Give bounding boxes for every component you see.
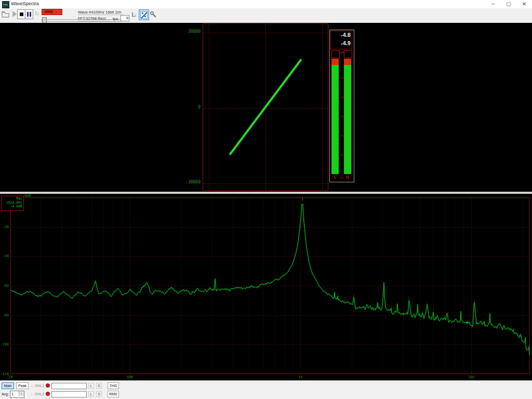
- meter-bottom-label: -60: [338, 176, 345, 179]
- l-button-row1[interactable]: L: [88, 383, 94, 389]
- s-button-row1[interactable]: S: [96, 383, 102, 389]
- fps-field[interactable]: 9: [121, 15, 129, 21]
- open-file-button[interactable]: [1, 9, 10, 19]
- level-meter: -4.8 -4.9 0dB -10-20-30-40-50 L R -60: [329, 30, 354, 182]
- meter-bar-left: [331, 59, 339, 174]
- pause-icon: [30, 12, 31, 17]
- scope-panel: 30000 0 -30000 -4.8 -4.9 0dB -10-20-30-4…: [0, 23, 532, 192]
- clip-indicator-right: [344, 50, 352, 58]
- max-level: -4.6dB: [10, 205, 22, 209]
- wave-info: Wave:44100Hz 16bit 2ch: [78, 10, 124, 15]
- avg-combo[interactable]: 1 ˅: [10, 391, 24, 398]
- spectrum-xtick-label: 1k: [294, 375, 307, 379]
- folder-icon: [2, 11, 10, 18]
- avg-label: Avg:: [2, 392, 9, 396]
- max-readout-box: Max 1024.0Hz -4.6dB: [1, 196, 24, 211]
- app-icon: [2, 1, 9, 8]
- spectrum-xtick-label: 100: [124, 375, 136, 379]
- ovl1-led: [46, 383, 50, 388]
- spectrum-canvas: [10, 197, 530, 374]
- spectrum-ytick-label: -80: [0, 313, 9, 317]
- close-button[interactable]: ✕: [516, 0, 532, 8]
- pause-icon: [27, 12, 29, 17]
- spectrum-ytick-label: -60: [0, 284, 9, 288]
- xy-tick-label: 0: [179, 105, 201, 110]
- rms-button[interactable]: RMS: [108, 391, 119, 397]
- stop-icon: [20, 12, 23, 16]
- spectrum-ytick-label: -20: [0, 225, 9, 229]
- xy-trace: [203, 24, 328, 190]
- meter-bar-right: [344, 59, 351, 174]
- display-settings-button[interactable]: [139, 9, 149, 20]
- wrench-icon: [150, 11, 157, 18]
- maximize-button[interactable]: ▢: [501, 0, 516, 8]
- l-button-row2[interactable]: L: [88, 391, 94, 397]
- main-button[interactable]: Main: [2, 382, 14, 389]
- peak-button[interactable]: Peak: [16, 382, 29, 389]
- meter-scale-label: -40: [338, 134, 344, 137]
- graph-pen-icon: [140, 11, 148, 19]
- spectrum-panel: Max 1024.0Hz -4.6dB 0dB -20-40-60-80-100…: [0, 194, 532, 380]
- spectrum-xtick-label: 10k: [465, 375, 477, 379]
- meter-scale-label: -20: [338, 96, 344, 99]
- meter-scale-label: -30: [338, 115, 344, 118]
- avg-value: 1: [11, 392, 14, 396]
- meter-scale-label: -10: [338, 76, 344, 79]
- fft-info: FFT:32768 Rect.: [78, 16, 110, 21]
- spectrum-ytick-label: -100: [0, 342, 9, 347]
- config-button[interactable]: [149, 10, 157, 19]
- meter-scale-label: -50: [338, 153, 344, 156]
- stop-button[interactable]: [17, 9, 25, 19]
- meter-bar-red-cap: [344, 59, 351, 65]
- toolbar: ↻ Wave:44100Hz 16bit 2ch FFT:32768 Rect.…: [0, 8, 532, 23]
- app-window: WaveSpectra ─ ▢ ✕ ↻ Wave:4410: [0, 0, 532, 399]
- play-icon: [12, 11, 17, 17]
- peak-value-box: -4.8 -4.9: [330, 31, 352, 49]
- ovl1-label: OVL1: [35, 384, 44, 388]
- spectrum-ytick-label: -120: [0, 372, 9, 376]
- ovl2-label: OVL2: [35, 392, 44, 396]
- ovl2-led: [46, 392, 50, 396]
- fps-label: fps:: [113, 17, 119, 21]
- ovl2-field[interactable]: [51, 391, 87, 397]
- loop-button[interactable]: ↻: [33, 9, 41, 18]
- dash-separator: -: [31, 392, 33, 396]
- chevron-down-icon[interactable]: ˅: [19, 391, 24, 396]
- meter-bar-red-cap: [331, 59, 339, 65]
- spectrum-xtick-label: 20: [8, 375, 21, 379]
- record-indicator: [42, 9, 62, 15]
- window-title: WaveSpectra: [11, 1, 39, 6]
- xy-plot: [203, 23, 328, 191]
- dash-separator: -: [31, 383, 33, 388]
- title-bar: WaveSpectra ─ ▢ ✕: [0, 0, 532, 9]
- thd-button[interactable]: THD: [108, 382, 119, 389]
- axis-icon: L↓: [131, 12, 136, 18]
- meter-top-label: 0dB: [338, 51, 345, 54]
- xy-tick-label: -30000: [179, 180, 201, 184]
- spectrum-ytick-label: -40: [0, 254, 9, 258]
- s-button-row2[interactable]: S: [96, 391, 102, 397]
- axis-setting-button[interactable]: L↓: [130, 10, 138, 19]
- pause-button[interactable]: [25, 9, 33, 19]
- peak-value-left: -4.8: [332, 32, 351, 38]
- record-indicator-text: [45, 10, 53, 13]
- ovl1-field[interactable]: [51, 383, 87, 389]
- peak-value-right: -4.9: [332, 40, 351, 46]
- xy-tick-label: 30000: [179, 29, 201, 34]
- loop-icon: ↻: [34, 10, 39, 17]
- channel-label-right: R: [344, 175, 351, 180]
- minimize-button[interactable]: ─: [485, 0, 501, 8]
- footer-bar: Main Peak - OVL1 L S THD Avg: 1 ˅ - OVL2…: [0, 380, 532, 399]
